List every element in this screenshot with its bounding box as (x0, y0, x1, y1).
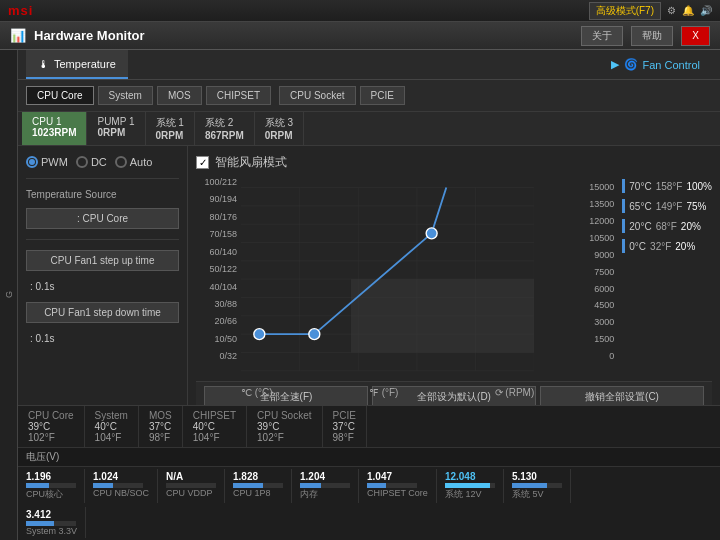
y-label-0: 100/212 (196, 177, 237, 187)
fan-header-sys1[interactable]: 系统 1 0RPM (146, 112, 195, 145)
status-mos-f: 98°F (149, 432, 172, 443)
fan-sys3-rpm: 0RPM (265, 130, 293, 141)
curve-point-2[interactable] (309, 329, 320, 340)
temp-4-f: 32°F (650, 241, 671, 252)
v-cpu-core-val: 1.196 (26, 471, 51, 482)
title-bar: 📊 Hardware Monitor 关于 帮助 X (0, 22, 720, 50)
fan-sys2-label: 系统 2 (205, 116, 244, 130)
radio-pwm[interactable]: PWM (26, 156, 68, 168)
main-panel: 🌡 Temperature ▶ 🌀 Fan Control CPU Core S… (18, 50, 720, 540)
content-area: PWM DC Auto Temperature Source : CPU Cor… (18, 146, 720, 405)
cancel-button[interactable]: 撤销全部设置(C) (540, 386, 704, 405)
fan-header-sys3[interactable]: 系统 3 0RPM (255, 112, 304, 145)
chart-right-labels: 15000 13500 12000 10500 9000 7500 6000 4… (534, 177, 614, 381)
fan-sys1-label: 系统 1 (156, 116, 184, 130)
y-label-4: 60/140 (196, 247, 237, 257)
chart-container: 100/212 90/194 80/176 70/158 60/140 50/1… (196, 177, 712, 381)
v-cpu-vddp-val: N/A (166, 471, 183, 482)
temp-1-c: 70°C (629, 181, 651, 192)
step-down-button[interactable]: CPU Fan1 step down time (26, 302, 179, 323)
curve-point-1[interactable] (254, 329, 265, 340)
page-title: Hardware Monitor (34, 28, 145, 43)
v-sys-12v-val: 12.048 (445, 471, 476, 482)
temp-2-f: 149°F (656, 201, 683, 212)
status-system-f: 104°F (95, 432, 128, 443)
fan-sys3-label: 系统 3 (265, 116, 293, 130)
v-mem-val: 1.204 (300, 471, 325, 482)
y-label-1: 90/194 (196, 194, 237, 204)
v-chipset-core-val: 1.047 (367, 471, 392, 482)
sensor-tab-cpu-socket[interactable]: CPU Socket (279, 86, 355, 105)
x-label-c: ℃ (°C) (241, 387, 273, 398)
v-cpu-vddp-label: CPU VDDP (166, 488, 213, 498)
radio-dc[interactable]: DC (76, 156, 107, 168)
fan-curve-svg[interactable] (241, 177, 534, 381)
temp-preset-4[interactable]: 0°C 32°F 20% (622, 239, 712, 253)
sensor-tab-mos[interactable]: MOS (157, 86, 202, 105)
top-bar-right: 高级模式(F7) ⚙ 🔔 🔊 (589, 2, 712, 20)
sensor-tab-cpu-core[interactable]: CPU Core (26, 86, 94, 105)
voltage-cpu-core: 1.196 CPU核心 (18, 469, 85, 503)
icon1: ⚙ (667, 5, 676, 16)
radio-auto[interactable]: Auto (115, 156, 153, 168)
mode-button[interactable]: 高级模式(F7) (589, 2, 661, 20)
temp-2-pct: 75% (686, 201, 706, 212)
sensor-tab-chipset[interactable]: CHIPSET (206, 86, 271, 105)
temp-4-c: 0°C (629, 241, 646, 252)
v-sys-33v-label: System 3.3V (26, 526, 77, 536)
tab-header: 🌡 Temperature ▶ 🌀 Fan Control (18, 50, 720, 80)
status-cpu-socket-f: 102°F (257, 432, 311, 443)
y-label-3: 70/158 (196, 229, 237, 239)
voltage-sys-12v: 12.048 系统 12V (437, 469, 504, 503)
temp-preset-1[interactable]: 70°C 158°F 100% (622, 179, 712, 193)
fan-header-pump1[interactable]: PUMP 1 0RPM (87, 112, 145, 145)
voltage-section-label: 电压(V) (26, 451, 59, 462)
smart-mode-checkbox[interactable]: ✓ (196, 156, 209, 169)
radio-auto-dot (115, 156, 127, 168)
fan-header-cpu1[interactable]: CPU 1 1023RPM (22, 112, 87, 145)
y-label-6: 40/104 (196, 282, 237, 292)
status-pcie-label: PCIE (333, 410, 356, 421)
status-cpu-socket-label: CPU Socket (257, 410, 311, 421)
sensor-tab-pcie[interactable]: PCIE (360, 86, 405, 105)
status-mos: MOS 37°C 98°F (139, 406, 183, 447)
fan-header: CPU 1 1023RPM PUMP 1 0RPM 系统 1 0RPM 系统 2… (18, 112, 720, 146)
temp-source-button[interactable]: : CPU Core (26, 208, 179, 229)
smart-mode-label: 智能风扇模式 (215, 154, 287, 171)
curve-point-3[interactable] (426, 228, 437, 239)
voltage-cpu-vddp: N/A CPU VDDP (158, 469, 225, 503)
tab-temperature[interactable]: 🌡 Temperature (26, 50, 128, 79)
voltage-mem: 1.204 内存 (292, 469, 359, 503)
v-cpu-nb-val: 1.024 (93, 471, 118, 482)
close-button[interactable]: X (681, 26, 710, 46)
temp-source-heading: Temperature Source (26, 189, 179, 200)
fan-pump1-rpm: 0RPM (97, 127, 134, 138)
fan-cpu1-rpm: 1023RPM (32, 127, 76, 138)
temp-preset-2[interactable]: 65°C 149°F 75% (622, 199, 712, 213)
chart-bottom: ℃ (°C) ℉ (°F) ⟳ (RPM) (241, 383, 534, 402)
status-cpu-core: CPU Core 39°C 102°F (18, 406, 85, 447)
help-button[interactable]: 帮助 (631, 26, 673, 46)
voltage-sys-5v: 5.130 系统 5V (504, 469, 571, 503)
status-system-c: 40°C (95, 421, 128, 432)
sidebar-label: G (4, 291, 14, 298)
radio-pwm-dot (26, 156, 38, 168)
fan-header-sys2[interactable]: 系统 2 867RPM (195, 112, 255, 145)
status-cpu-core-label: CPU Core (28, 410, 74, 421)
step-up-button[interactable]: CPU Fan1 step up time (26, 250, 179, 271)
title-bar-right: 关于 帮助 X (581, 26, 710, 46)
voltage-chipset-core: 1.047 CHIPSET Core (359, 469, 437, 503)
temp-3-pct: 20% (681, 221, 701, 232)
v-sys-5v-val: 5.130 (512, 471, 537, 482)
msi-logo: msi (8, 3, 33, 18)
status-cpu-socket: CPU Socket 39°C 102°F (247, 406, 322, 447)
fan-cpu1-label: CPU 1 (32, 116, 76, 127)
about-button[interactable]: 关于 (581, 26, 623, 46)
tab-fan-control[interactable]: ▶ 🌀 Fan Control (599, 50, 712, 79)
svg-rect-16 (351, 279, 534, 352)
voltage-cpu-nb: 1.024 CPU NB/SOC (85, 469, 158, 503)
temp-preset-3[interactable]: 20°C 68°F 20% (622, 219, 712, 233)
fan-sys1-rpm: 0RPM (156, 130, 184, 141)
sensor-tab-system[interactable]: System (98, 86, 153, 105)
status-chipset: CHIPSET 40°C 104°F (183, 406, 247, 447)
